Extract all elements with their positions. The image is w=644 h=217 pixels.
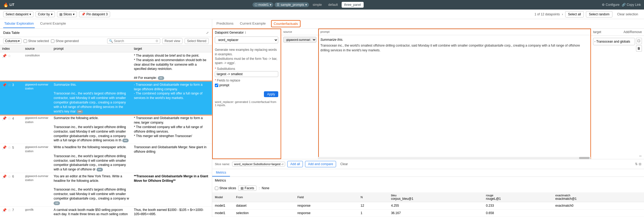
- pin-row-icon[interactable]: 📌: [2, 174, 7, 179]
- table-row-selected[interactable]: 📌 ☆ 3 gigaword-summar ization Summarize …: [0, 81, 212, 115]
- pin-label: Pin datapoint 3: [86, 12, 108, 16]
- pin-row-icon[interactable]: 📌: [2, 83, 7, 88]
- facets-icon: ▤: [241, 186, 243, 190]
- edit-icon[interactable]: ✏: [639, 154, 642, 158]
- target-add-icon[interactable]: ☐: [636, 38, 642, 44]
- table-row[interactable]: 📌 ☆ 7 gsm8k A carnival snack booth made …: [0, 206, 212, 217]
- star-row-icon[interactable]: ☆: [8, 208, 11, 213]
- clear-selection-button[interactable]: Clear selection: [615, 11, 641, 17]
- star-row-icon[interactable]: ☆: [8, 116, 11, 121]
- table-row[interactable]: 📌 ☆ constitution * The analysis should b…: [0, 52, 212, 82]
- sort-icon[interactable]: ⇅: [635, 162, 638, 166]
- model-chip[interactable]: ⬡ model1 ▾: [253, 2, 273, 7]
- table-row[interactable]: 📌 ☆ 6 gigaword-summar ization You are an…: [0, 173, 212, 206]
- ellipsis-button[interactable]: •••: [158, 76, 164, 80]
- search-input[interactable]: [114, 39, 154, 43]
- metrics-bleu-2: 36.167: [388, 210, 483, 217]
- substitutions-label: * Substitutions: [215, 67, 278, 71]
- source-cell: gsm8k: [23, 206, 51, 217]
- target-cell: Thus, the booth earned $1000 - $105 = $<…: [132, 206, 212, 217]
- show-generated-checkbox[interactable]: Show generated: [51, 39, 79, 43]
- col-n: N: [358, 192, 389, 202]
- show-selected-input[interactable]: [24, 39, 27, 43]
- expand-icon[interactable]: ⤢: [206, 31, 209, 35]
- slices-button[interactable]: ▤ Slices ▾: [57, 11, 77, 17]
- columns-dropdown-icon: ▾: [18, 39, 20, 43]
- pin-datapoint-button[interactable]: 📌 Pin datapoint 3: [79, 11, 110, 17]
- slices-label: Slices: [63, 12, 72, 16]
- link-icon: 🔗: [622, 3, 626, 7]
- substitutions-input[interactable]: [217, 72, 276, 76]
- reset-view-button[interactable]: Reset view: [162, 38, 183, 44]
- top-bar: 🔥 LIT ⬡ model1 ▾ ☰ sample_prompts ▾ simp…: [0, 0, 644, 10]
- columns-button[interactable]: Columns ▾: [3, 38, 21, 44]
- star-row-icon[interactable]: ☆: [8, 174, 11, 179]
- filter-icon[interactable]: ⊟: [639, 162, 641, 166]
- facets-label: Facets: [245, 186, 254, 190]
- facets-button[interactable]: ▤ Facets: [238, 186, 256, 191]
- prompt-content: Summarize this. Transocean inc., the wor…: [318, 35, 591, 157]
- configure-label: Configure: [606, 3, 620, 7]
- dataset-chip[interactable]: ☰ sample_prompts ▾: [275, 2, 309, 7]
- target-value-box: - Transocean and globals: [593, 38, 635, 45]
- cf-generator-title: Datapoint Generator ℹ: [212, 29, 281, 37]
- add-all-button[interactable]: Add all: [287, 161, 303, 167]
- table-row[interactable]: 📌 ☆ 4 gigaword-summar ization Summarize …: [0, 115, 212, 144]
- tab-tabular-exploration[interactable]: Tabular Exploration: [3, 19, 35, 28]
- pin-row-icon[interactable]: 📌: [2, 208, 7, 213]
- ellipsis-button[interactable]: •••: [54, 201, 60, 205]
- metrics-row-2: model1 selection response 1 36.167 0.658: [212, 210, 644, 217]
- cf-description: Generate new examples by replacing words…: [215, 48, 278, 57]
- layout-default[interactable]: default: [325, 2, 340, 8]
- tab-current-example[interactable]: Current Example: [39, 19, 67, 28]
- pin-row-icon[interactable]: 📌: [2, 53, 7, 59]
- select-datapoint-button[interactable]: Select datapoint ▾: [3, 11, 33, 17]
- show-generated-input[interactable]: [51, 39, 54, 43]
- target-label: target: [593, 30, 601, 34]
- search-options-icon[interactable]: ⚙: [155, 39, 158, 43]
- pin-row-icon[interactable]: 📌: [2, 145, 7, 150]
- tab-current-example-right[interactable]: Current Example: [239, 19, 267, 28]
- show-slices-checkbox[interactable]: [215, 187, 218, 190]
- select-all-button[interactable]: Select all: [565, 11, 584, 17]
- clear-button[interactable]: Clear: [338, 161, 350, 167]
- row-index-cell: 📌 ☆: [0, 52, 23, 82]
- select-filtered-button[interactable]: Select filtered: [185, 38, 209, 44]
- target-delete-icon[interactable]: 🗑: [636, 45, 642, 52]
- show-selected-checkbox[interactable]: Show selected: [24, 39, 49, 43]
- tab-predictions[interactable]: Predictions: [215, 19, 234, 28]
- add-compare-button[interactable]: Add and compare: [305, 161, 336, 167]
- select-random-button[interactable]: Select random: [586, 11, 612, 17]
- star-row-icon[interactable]: ☆: [8, 83, 11, 88]
- ellipsis-button[interactable]: •••: [77, 110, 83, 114]
- pin-row-icon[interactable]: 📌: [2, 116, 7, 121]
- source-select[interactable]: gigaword-summarization: [283, 37, 316, 43]
- dataset-name: sample_prompts: [281, 3, 304, 7]
- color-by-button[interactable]: Color by ▾: [36, 11, 55, 17]
- star-row-icon[interactable]: ☆: [8, 53, 11, 59]
- metrics-section-title: Metrics: [212, 177, 644, 184]
- configure-button[interactable]: ⚙ Configure: [602, 3, 620, 7]
- right-top-area: Datapoint Generator ℹ word_replacer Gene…: [212, 29, 644, 159]
- nav-next-icon[interactable]: ›: [562, 12, 563, 16]
- top-bar-left: 🔥 LIT: [3, 2, 14, 7]
- slice-name-input[interactable]: [232, 162, 285, 166]
- layout-three-panel[interactable]: three_panel: [342, 2, 364, 8]
- copy-link-button[interactable]: 🔗 Copy Link: [622, 3, 641, 7]
- dataset-dropdown-icon: ▾: [305, 3, 307, 7]
- layout-simple[interactable]: simple: [310, 2, 325, 8]
- prompt-scrollbar[interactable]: [579, 157, 590, 159]
- col-header-index: index: [0, 45, 23, 52]
- star-row-icon[interactable]: ☆: [8, 145, 11, 150]
- fields-prompt-checkbox[interactable]: [215, 84, 218, 87]
- apply-button[interactable]: Apply: [264, 91, 278, 97]
- ellipsis-button[interactable]: •••: [122, 139, 129, 142]
- prompt-summarize: Summarize this.: [320, 37, 589, 42]
- tab-counterfactuals[interactable]: Counterfactuals: [271, 20, 301, 27]
- ellipsis-button[interactable]: •••: [97, 168, 103, 171]
- generator-method-select[interactable]: word_replacer: [215, 37, 278, 43]
- lit-logo: 🔥 LIT: [3, 2, 14, 7]
- table-row[interactable]: 📌 ☆ 5 gigaword-summar ization Write a he…: [0, 144, 212, 173]
- info-icon[interactable]: ℹ: [245, 31, 246, 34]
- metrics-tab[interactable]: Metrics: [212, 169, 230, 177]
